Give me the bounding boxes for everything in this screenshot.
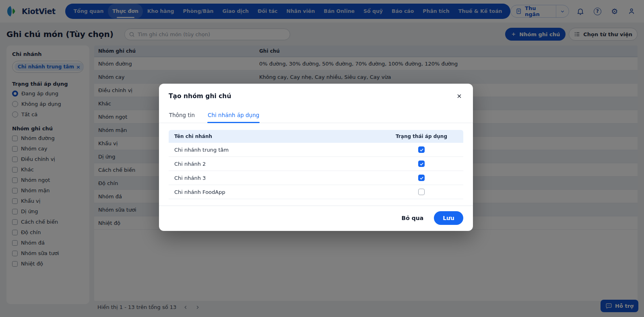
branches-table-header: Tên chi nhánh Trạng thái áp dụng: [169, 130, 463, 143]
apply-checkbox[interactable]: [418, 146, 425, 153]
close-icon: [456, 93, 462, 99]
branches-table: Tên chi nhánh Trạng thái áp dụng Chi nhá…: [169, 130, 463, 199]
branch-apply-cell: [385, 175, 458, 181]
branch-name: Chi nhánh 3: [174, 175, 206, 181]
apply-checkbox[interactable]: [418, 161, 425, 167]
save-button[interactable]: Lưu: [434, 211, 463, 225]
branch-apply-cell: [385, 161, 458, 167]
tab-branches[interactable]: Chi nhánh áp dụng: [207, 108, 260, 123]
branch-name: Chi nhánh 2: [174, 161, 206, 167]
branch-name: Chi nhánh trung tâm: [174, 147, 229, 153]
column-header-branch-name: Tên chi nhánh: [174, 134, 212, 139]
branch-apply-cell: [385, 189, 458, 195]
modal-footer: Bỏ qua Lưu: [159, 206, 473, 231]
branch-row: Chi nhánh 3: [169, 171, 463, 185]
branches-table-body: Chi nhánh trung tâm Chi nhánh 2: [169, 143, 463, 199]
branch-row: Chi nhánh 2: [169, 157, 463, 171]
branch-row: Chi nhánh FoodApp: [169, 185, 463, 199]
skip-button[interactable]: Bỏ qua: [402, 215, 424, 221]
tab-info[interactable]: Thông tin: [169, 108, 195, 123]
apply-checkbox[interactable]: [418, 175, 425, 181]
apply-checkbox[interactable]: [418, 189, 425, 195]
modal-tabs: Thông tin Chi nhánh áp dụng: [159, 108, 473, 123]
column-header-apply-status: Trạng thái áp dụng: [385, 134, 458, 139]
branch-apply-cell: [385, 146, 458, 153]
create-note-group-modal: Tạo nhóm ghi chú Thông tin Chi nhánh áp …: [159, 84, 473, 231]
check-icon: [419, 162, 424, 166]
modal-header: Tạo nhóm ghi chú: [159, 84, 473, 104]
modal-title: Tạo nhóm ghi chú: [169, 93, 231, 100]
close-modal-button[interactable]: [454, 91, 465, 102]
check-icon: [419, 176, 424, 180]
branch-row: Chi nhánh trung tâm: [169, 143, 463, 157]
branch-name: Chi nhánh FoodApp: [174, 189, 225, 195]
check-icon: [419, 148, 424, 152]
